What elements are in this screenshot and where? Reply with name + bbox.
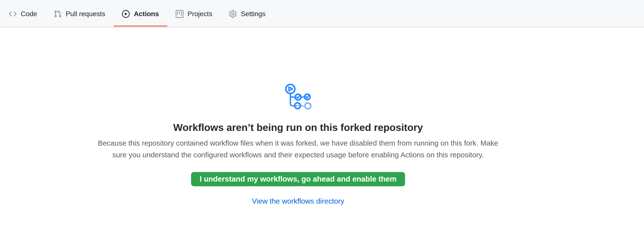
- tab-code-label: Code: [21, 11, 37, 17]
- git-pull-request-icon: [54, 10, 62, 18]
- tab-settings-label: Settings: [241, 11, 266, 17]
- repo-tab-bar: Code Pull requests Actions Projects Sett…: [0, 0, 644, 28]
- actions-disabled-panel: Workflows aren’t being run on this forke…: [0, 28, 644, 205]
- enable-workflows-button[interactable]: I understand my workflows, go ahead and …: [191, 172, 405, 186]
- tab-actions-label: Actions: [134, 11, 159, 17]
- tab-pull-requests[interactable]: Pull requests: [46, 0, 114, 27]
- tab-code[interactable]: Code: [0, 0, 46, 27]
- tab-projects[interactable]: Projects: [167, 0, 220, 27]
- tab-pull-requests-label: Pull requests: [66, 11, 105, 17]
- blankslate-heading: Workflows aren’t being run on this forke…: [0, 121, 596, 134]
- blankslate-description: Because this repository contained workfl…: [98, 137, 498, 161]
- gear-icon: [229, 10, 237, 18]
- link-row: View the workflows directory: [0, 197, 596, 205]
- tab-actions[interactable]: Actions: [114, 0, 167, 27]
- tab-settings[interactable]: Settings: [220, 0, 274, 27]
- play-icon: [122, 10, 130, 18]
- code-icon: [9, 10, 16, 18]
- workflow-graph-icon: [0, 83, 596, 111]
- tab-projects-label: Projects: [188, 11, 212, 17]
- blankslate: Workflows aren’t being run on this forke…: [0, 28, 596, 205]
- view-workflows-directory-link[interactable]: View the workflows directory: [252, 197, 344, 205]
- project-icon: [176, 10, 184, 18]
